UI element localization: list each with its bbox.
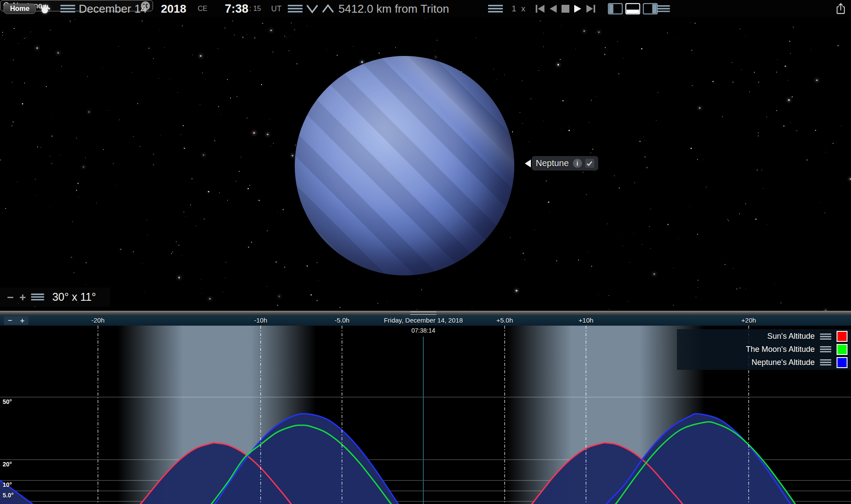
sky-view[interactable]: Neptune i − + 30° x 11° — [0, 17, 851, 311]
star — [294, 29, 295, 31]
graph-zoom-in-button[interactable]: + — [20, 317, 24, 324]
star — [703, 160, 704, 160]
star — [395, 47, 396, 48]
bottom-panel-toggle-icon[interactable] — [625, 3, 640, 14]
star — [41, 147, 42, 148]
chevron-up-icon[interactable] — [322, 0, 334, 17]
star — [825, 152, 826, 153]
right-panel-toggle-icon[interactable] — [643, 3, 658, 14]
stop-icon[interactable] — [562, 5, 569, 13]
star — [310, 294, 312, 295]
date-menu-icon[interactable] — [60, 0, 75, 17]
share-icon[interactable] — [835, 0, 846, 17]
star — [87, 76, 88, 77]
legend-color-swatch[interactable] — [837, 357, 848, 368]
star — [35, 179, 36, 180]
legend-color-swatch[interactable] — [837, 344, 848, 355]
divider-grip[interactable] — [410, 312, 436, 315]
viewer-menu-icon[interactable] — [288, 0, 303, 17]
chevron-down-icon[interactable] — [306, 0, 318, 17]
pan-hand-icon[interactable] — [39, 0, 51, 17]
star — [546, 181, 547, 181]
star — [5, 208, 6, 209]
star — [604, 54, 606, 55]
legend-menu-icon[interactable] — [820, 346, 831, 352]
star — [76, 138, 77, 139]
star — [690, 22, 691, 23]
star — [270, 30, 272, 31]
zoom-in-button[interactable]: + — [19, 292, 26, 303]
star — [619, 188, 620, 188]
star — [815, 130, 816, 131]
selection-checkbox[interactable] — [585, 159, 594, 168]
home-button-wrap: Home — [3, 0, 36, 17]
star — [493, 69, 494, 70]
legend-color-swatch[interactable] — [837, 331, 848, 342]
play-icon[interactable] — [574, 4, 582, 13]
left-panel-toggle-icon[interactable] — [608, 3, 623, 14]
star — [833, 143, 834, 144]
legend-row: The Moon's Altitude — [677, 344, 851, 355]
distance-label[interactable]: 5412.0 km from Triton — [338, 0, 449, 17]
star — [540, 21, 541, 22]
star — [242, 37, 244, 38]
zoom-out-button[interactable]: − — [7, 292, 14, 303]
star — [36, 47, 38, 49]
star — [118, 46, 119, 47]
star — [667, 224, 669, 225]
star — [221, 114, 221, 115]
time-flow-menu-icon[interactable] — [488, 0, 503, 17]
callout-box: Neptune i — [532, 156, 598, 170]
skip-forward-icon[interactable] — [586, 4, 596, 13]
star — [52, 136, 52, 136]
star — [115, 185, 116, 186]
star — [24, 38, 24, 38]
star — [653, 273, 655, 275]
star — [534, 229, 535, 230]
star — [639, 141, 641, 142]
star — [291, 22, 292, 24]
panel-divider[interactable] — [0, 311, 851, 315]
reverse-icon[interactable] — [549, 4, 557, 13]
star — [776, 72, 777, 73]
star — [36, 195, 37, 195]
star — [57, 52, 59, 54]
star — [317, 262, 317, 263]
star — [650, 248, 651, 249]
skip-back-icon[interactable] — [535, 4, 545, 13]
star — [85, 157, 86, 158]
star — [96, 203, 97, 203]
info-button[interactable]: i — [573, 159, 582, 168]
star — [379, 52, 380, 54]
star — [277, 211, 278, 212]
date-year-label[interactable]: 2018 — [161, 0, 186, 17]
target-name-label[interactable]: Neptune — [536, 158, 569, 168]
star — [673, 268, 674, 268]
home-button[interactable]: Home — [3, 3, 36, 14]
star — [185, 216, 186, 217]
star — [132, 72, 133, 73]
star — [71, 257, 72, 258]
star — [633, 233, 634, 234]
star — [434, 50, 435, 51]
star — [722, 116, 723, 117]
fov-menu-icon[interactable] — [31, 293, 44, 301]
planet-neptune[interactable] — [295, 56, 514, 275]
star — [377, 303, 378, 304]
star — [824, 212, 825, 213]
legend-row: Sun's Altitude — [677, 331, 851, 342]
date-day-label[interactable]: December 14 — [79, 0, 147, 17]
legend-label: Sun's Altitude — [767, 332, 815, 341]
legend-menu-icon[interactable] — [820, 359, 831, 365]
search-menu-icon[interactable] — [657, 0, 670, 17]
star — [12, 82, 13, 83]
legend-menu-icon[interactable] — [820, 334, 831, 340]
star — [318, 280, 319, 281]
star — [202, 293, 202, 294]
star — [522, 123, 523, 124]
star — [247, 34, 247, 35]
graph-zoom-out-button[interactable]: − — [8, 317, 12, 324]
time-label[interactable]: 7:38 — [225, 0, 248, 17]
star — [698, 287, 698, 288]
star — [650, 209, 651, 209]
